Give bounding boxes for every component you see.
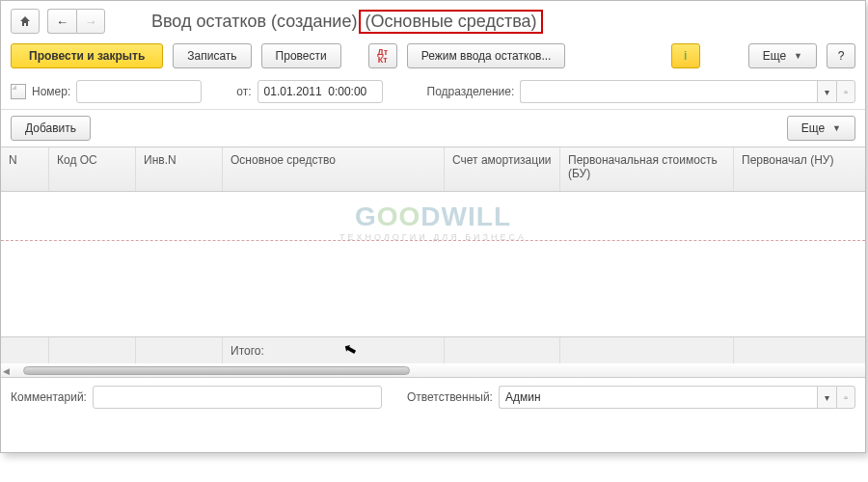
col-n[interactable]: N xyxy=(1,147,49,191)
foot-cost-nu xyxy=(734,337,865,363)
entry-mode-button[interactable]: Режим ввода остатков... xyxy=(407,43,566,68)
forward-button[interactable]: → xyxy=(76,9,105,34)
arrow-left-icon: ← xyxy=(56,14,68,29)
arrow-right-icon: → xyxy=(85,14,97,29)
chevron-down-icon: ▼ xyxy=(832,123,841,133)
home-button[interactable] xyxy=(11,9,40,34)
title-main: Ввод остатков (создание) xyxy=(151,12,357,32)
back-button[interactable]: ← xyxy=(47,9,76,34)
cursor-icon: ⬉ xyxy=(341,339,358,361)
title-suffix: (Основные средства) xyxy=(359,10,542,34)
page-title: Ввод остатков (создание) (Основные средс… xyxy=(151,10,543,34)
table-body[interactable]: GOODWILL ТЕХНОЛОГИИ ДЛЯ БИЗНЕСA xyxy=(1,192,865,336)
responsible-input[interactable] xyxy=(499,386,817,409)
tab-more-button[interactable]: Еще ▼ xyxy=(787,116,855,141)
tab-more-label: Еще xyxy=(801,121,825,135)
help-button[interactable]: ? xyxy=(827,43,855,68)
horizontal-scrollbar[interactable]: ◀ xyxy=(1,363,865,378)
table-footer: Итого: ⬉ xyxy=(1,336,865,363)
subdivision-dropdown-button[interactable]: ▾ xyxy=(817,80,836,103)
bottom-row: Комментарий: Ответственный: ▾ ▫ xyxy=(1,378,865,416)
open-icon: ▫ xyxy=(844,87,848,97)
from-label: от: xyxy=(236,85,251,98)
info-icon: i xyxy=(684,49,687,63)
subdivision-lookup: ▾ ▫ xyxy=(520,80,855,103)
document-icon xyxy=(11,84,26,99)
col-acct[interactable]: Счет амортизации xyxy=(445,147,560,191)
foot-code xyxy=(49,337,136,363)
home-icon xyxy=(18,14,32,28)
foot-total-label: Итого: ⬉ xyxy=(223,337,445,363)
save-button[interactable]: Записать xyxy=(173,43,251,68)
debit-credit-button[interactable]: ДтКт xyxy=(368,43,397,68)
header-form-row: Номер: от: Подразделение: ▾ ▫ xyxy=(1,74,865,110)
chevron-down-icon: ▾ xyxy=(825,392,829,403)
col-inv[interactable]: Инв.N xyxy=(136,147,223,191)
scroll-left-icon[interactable]: ◀ xyxy=(3,366,10,376)
number-input[interactable] xyxy=(76,80,202,103)
comment-input[interactable] xyxy=(93,386,382,409)
more-button[interactable]: Еще ▼ xyxy=(748,43,817,68)
date-input[interactable] xyxy=(258,80,383,103)
subdivision-open-button[interactable]: ▫ xyxy=(836,80,855,103)
info-button[interactable]: i xyxy=(671,43,700,68)
foot-cost-bu xyxy=(560,337,734,363)
chevron-down-icon: ▼ xyxy=(794,51,802,61)
scroll-thumb[interactable] xyxy=(23,366,410,375)
document-window: ← → Ввод остатков (создание) (Основные с… xyxy=(0,0,866,453)
nav-history-group: ← → xyxy=(47,9,105,34)
post-and-close-button[interactable]: Провести и закрыть xyxy=(11,43,163,68)
table-header: N Код ОС Инв.N Основное средство Счет ам… xyxy=(1,147,865,192)
main-toolbar: Провести и закрыть Записать Провести ДтК… xyxy=(1,38,865,74)
more-label: Еще xyxy=(763,49,786,63)
assets-table: N Код ОС Инв.N Основное средство Счет ам… xyxy=(1,147,865,378)
open-icon: ▫ xyxy=(844,392,848,403)
debit-credit-icon: ДтКт xyxy=(375,48,391,64)
col-asset[interactable]: Основное средство xyxy=(223,147,445,191)
responsible-lookup: ▾ ▫ xyxy=(499,386,855,409)
watermark: GOODWILL ТЕХНОЛОГИИ ДЛЯ БИЗНЕСA xyxy=(1,201,865,242)
nav-row: ← → Ввод остатков (создание) (Основные с… xyxy=(1,1,865,38)
foot-n xyxy=(1,337,49,363)
col-cost-bu[interactable]: Первоначальная стоимость (БУ) xyxy=(560,147,734,191)
number-label: Номер: xyxy=(32,85,70,98)
subdivision-label: Подразделение: xyxy=(427,85,515,98)
tab-toolbar: Добавить Еще ▼ xyxy=(1,110,865,147)
table-red-divider xyxy=(1,240,865,241)
post-button[interactable]: Провести xyxy=(261,43,341,68)
responsible-label: Ответственный: xyxy=(407,390,493,404)
col-code[interactable]: Код ОС xyxy=(49,147,136,191)
col-cost-nu[interactable]: Первоначал (НУ) xyxy=(734,147,865,191)
foot-inv xyxy=(136,337,223,363)
comment-label: Комментарий: xyxy=(11,390,87,404)
responsible-open-button[interactable]: ▫ xyxy=(836,386,855,409)
chevron-down-icon: ▾ xyxy=(825,87,829,97)
foot-acct xyxy=(445,337,560,363)
subdivision-input[interactable] xyxy=(520,80,817,103)
responsible-dropdown-button[interactable]: ▾ xyxy=(817,386,836,409)
add-button[interactable]: Добавить xyxy=(11,116,91,141)
